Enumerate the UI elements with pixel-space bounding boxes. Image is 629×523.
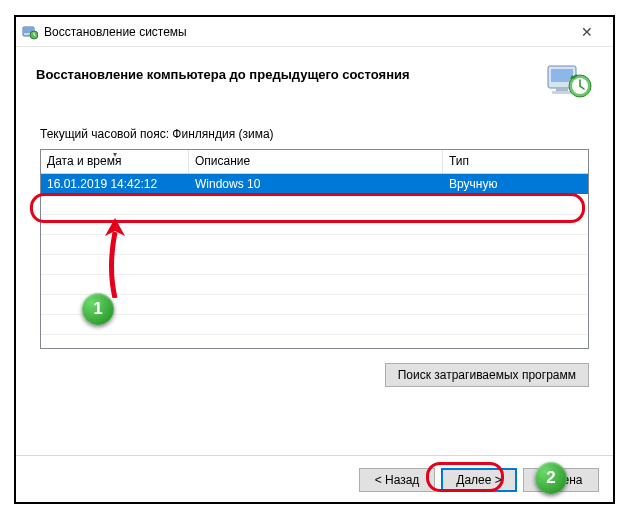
dialog-window: Восстановление системы ✕ Восстановление … bbox=[14, 15, 615, 504]
svg-rect-5 bbox=[556, 88, 568, 91]
content-area: Текущий часовой пояс: Финляндия (зима) Д… bbox=[16, 127, 613, 387]
table-row[interactable]: 16.01.2019 14:42:12 Windows 10 Вручную bbox=[41, 174, 588, 194]
window-title: Восстановление системы bbox=[44, 25, 187, 39]
page-heading: Восстановление компьютера до предыдущего… bbox=[36, 61, 545, 82]
next-button[interactable]: Далее > bbox=[441, 468, 517, 492]
column-header-description[interactable]: Описание bbox=[189, 150, 443, 173]
footer-buttons: < Назад Далее > Отмена bbox=[359, 468, 599, 492]
header: Восстановление компьютера до предыдущего… bbox=[16, 47, 613, 109]
restore-points-table: Дата и время Описание Тип 16.01.2019 14:… bbox=[40, 149, 589, 349]
close-button[interactable]: ✕ bbox=[567, 18, 607, 46]
restore-icon bbox=[22, 24, 38, 40]
affected-programs-row: Поиск затрагиваемых программ bbox=[40, 363, 589, 387]
scan-affected-button[interactable]: Поиск затрагиваемых программ bbox=[385, 363, 589, 387]
table-body: 16.01.2019 14:42:12 Windows 10 Вручную bbox=[41, 174, 588, 348]
titlebar: Восстановление системы ✕ bbox=[16, 17, 613, 47]
cancel-button[interactable]: Отмена bbox=[523, 468, 599, 492]
table-header-row: Дата и время Описание Тип bbox=[41, 150, 588, 174]
footer-separator bbox=[16, 455, 613, 456]
timezone-label: Текущий часовой пояс: Финляндия (зима) bbox=[40, 127, 589, 141]
column-header-datetime[interactable]: Дата и время bbox=[41, 150, 189, 173]
restore-large-icon bbox=[545, 61, 593, 101]
svg-rect-6 bbox=[552, 91, 572, 94]
back-button[interactable]: < Назад bbox=[359, 468, 435, 492]
svg-rect-4 bbox=[551, 69, 573, 82]
cell-datetime: 16.01.2019 14:42:12 bbox=[41, 175, 189, 193]
cell-type: Вручную bbox=[443, 175, 588, 193]
cell-description: Windows 10 bbox=[189, 175, 443, 193]
column-header-type[interactable]: Тип bbox=[443, 150, 588, 173]
